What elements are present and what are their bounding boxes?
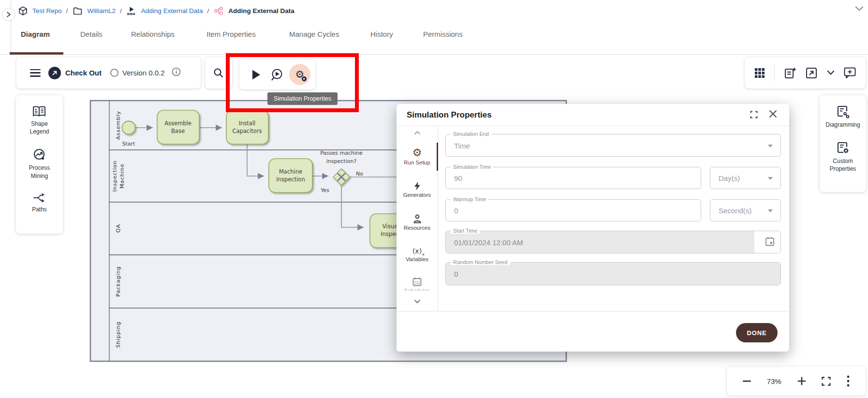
- dropdown-caret-icon: [768, 209, 773, 212]
- tab-relationships[interactable]: Relationships: [131, 30, 175, 38]
- task-assemble-base[interactable]: [157, 110, 199, 144]
- rail-tab-generators[interactable]: Generators: [397, 181, 438, 198]
- header-divider: [0, 54, 868, 55]
- task-install-capacitors-label: Capacitors: [232, 128, 262, 134]
- right-tools-panel: Diagramming CustomProperties: [820, 95, 866, 192]
- simulation-properties-tooltip: Simulation Properties: [267, 92, 338, 105]
- grid-view-icon[interactable]: [754, 67, 765, 79]
- gateway-no-label: No: [356, 171, 363, 177]
- zoom-in-icon[interactable]: [797, 377, 806, 385]
- simulation-properties-dialog: Simulation Properties ⚙ Run Setup Genera…: [397, 104, 789, 352]
- zoom-out-icon[interactable]: [743, 380, 751, 382]
- simulation-toolbar: ⚙: [239, 59, 315, 89]
- tab-manage-cycles[interactable]: Manage Cycles: [289, 30, 339, 38]
- menu-icon[interactable]: [30, 69, 41, 77]
- tab-history[interactable]: History: [370, 30, 393, 38]
- rail-scroll-down[interactable]: [397, 299, 438, 304]
- task-machine-inspection[interactable]: [269, 159, 312, 192]
- check-out-button[interactable]: Check Out: [65, 69, 102, 77]
- zoom-controls: 73%: [727, 367, 866, 396]
- expand-panel-button[interactable]: [2, 8, 15, 21]
- simulation-properties-button[interactable]: ⚙: [289, 64, 310, 85]
- warmup-time-unit-select[interactable]: Second(s): [710, 199, 781, 221]
- active-tab-underline: [10, 52, 63, 55]
- rail-tab-schedules[interactable]: Schedules: [397, 277, 438, 291]
- lightning-icon: [414, 181, 421, 191]
- lane-label-qa: QA: [115, 224, 121, 233]
- breadcrumb-process[interactable]: Adding External Data: [141, 7, 203, 15]
- task-install-capacitors-label: Install: [239, 120, 256, 127]
- version-status-icon: [110, 69, 118, 77]
- view-toolbar: [745, 57, 866, 88]
- chevron-right-icon: [6, 12, 11, 17]
- diagramming-tool[interactable]: Diagramming: [825, 105, 860, 129]
- process-mining-tool[interactable]: ProcessMining: [29, 148, 50, 179]
- custom-properties-icon: [836, 141, 850, 155]
- tab-permissions[interactable]: Permissions: [423, 30, 463, 38]
- rail-tab-run-setup[interactable]: ⚙ Run Setup: [397, 147, 438, 165]
- breadcrumb-test-repo[interactable]: Test Repo: [32, 7, 62, 15]
- shape-legend-tool[interactable]: ShapeLegend: [29, 106, 49, 135]
- task-machine-inspection-label: Machine: [279, 168, 302, 175]
- rail-tab-variables[interactable]: (x)+ Variables: [397, 247, 438, 262]
- person-icon: [413, 214, 422, 223]
- tab-details[interactable]: Details: [80, 30, 103, 38]
- simulation-time-input[interactable]: Simulation Time 90: [445, 167, 701, 189]
- add-comment-icon[interactable]: [843, 67, 856, 79]
- gateway-yes-label: Yes: [320, 187, 329, 193]
- diagram-toolbar: Check Out Version 0.0.2: [16, 57, 201, 88]
- maximize-dialog-icon[interactable]: [750, 111, 758, 120]
- breadcrumb-folder[interactable]: WilliamL2: [88, 7, 116, 15]
- start-event[interactable]: [122, 121, 135, 134]
- shape-legend-book-icon: [32, 106, 46, 118]
- random-seed-input: Random Number Seed 0: [445, 262, 781, 285]
- rail-tab-resources[interactable]: Resources: [397, 214, 438, 231]
- add-note-icon[interactable]: [784, 67, 796, 79]
- collapse-header-icon[interactable]: [855, 5, 864, 14]
- close-dialog-icon[interactable]: [769, 110, 777, 120]
- check-out-icon[interactable]: [48, 67, 61, 79]
- done-button[interactable]: DONE: [736, 323, 778, 342]
- start-event-label: Start: [122, 141, 136, 147]
- breadcrumb-separator: /: [66, 7, 68, 15]
- warmup-time-unit: Second(s): [719, 206, 751, 215]
- preview-simulation-icon[interactable]: [270, 68, 283, 81]
- task-install-capacitors[interactable]: [226, 110, 268, 144]
- disabled-field-fill: [446, 263, 780, 285]
- paths-tool[interactable]: Paths: [32, 192, 47, 213]
- left-tools-panel: ShapeLegend ProcessMining Paths: [16, 95, 63, 234]
- date-picker-calendar-icon[interactable]: [765, 236, 775, 248]
- gateway-question-label: inspection?: [326, 158, 357, 164]
- tab-diagram[interactable]: Diagram: [21, 30, 50, 38]
- lane-label-inspection: Inspection: [112, 161, 118, 192]
- simulation-time-unit-select[interactable]: Day(s): [710, 167, 781, 189]
- lane-label-packaging: Packaging: [115, 266, 121, 296]
- custom-properties-tool[interactable]: CustomProperties: [830, 141, 856, 173]
- toolbar-divider: [774, 65, 775, 81]
- dialog-header-divider: [397, 126, 789, 126]
- run-simulation-icon[interactable]: [252, 70, 261, 80]
- diagram-nodes-icon: [213, 5, 224, 16]
- chevron-down-icon[interactable]: [827, 70, 835, 75]
- info-icon[interactable]: [172, 67, 181, 78]
- warmup-time-input[interactable]: Warmup Time 0: [445, 199, 701, 221]
- warmup-time-value: 0: [454, 206, 458, 215]
- gear-play-badge-icon: [301, 76, 307, 82]
- tab-item-properties[interactable]: Item Properties: [206, 30, 256, 38]
- task-assemble-base-label: Assemble: [164, 120, 191, 127]
- fit-screen-icon[interactable]: [822, 377, 831, 386]
- simulation-end-value: Time: [454, 141, 470, 149]
- search-icon[interactable]: [213, 68, 224, 78]
- breadcrumb-separator: /: [120, 7, 122, 15]
- version-label: Version 0.0.2: [122, 69, 165, 77]
- task-assemble-base-label: Base: [171, 128, 185, 134]
- folder-icon: [73, 5, 83, 16]
- start-time-input: Start Time 01/01/2024 12:00 AM: [445, 231, 781, 253]
- simulation-end-select[interactable]: Simulation End Time: [445, 134, 781, 157]
- rail-scroll-up[interactable]: [397, 131, 438, 135]
- diagramming-icon: [836, 105, 850, 118]
- more-options-icon[interactable]: [847, 375, 850, 387]
- warmup-time-label: Warmup Time: [451, 196, 488, 202]
- start-time-label: Start Time: [451, 228, 480, 234]
- export-diagram-icon[interactable]: [805, 67, 818, 79]
